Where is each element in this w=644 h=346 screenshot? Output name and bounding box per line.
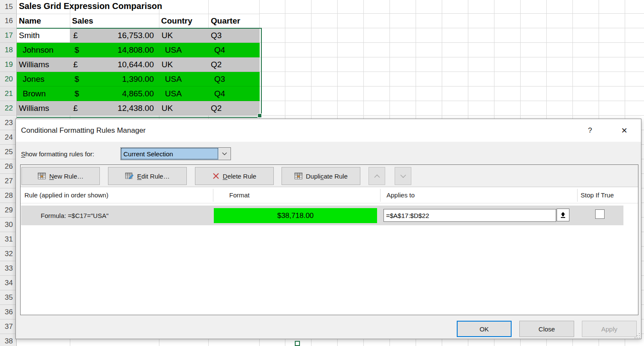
row-number-27[interactable]: 27 bbox=[0, 174, 16, 188]
sheet-title-cell[interactable]: Sales Grid Expression Comparison bbox=[19, 1, 162, 11]
cell-country-20[interactable]: USA bbox=[159, 72, 208, 86]
cell-name-22[interactable]: Williams bbox=[17, 101, 70, 115]
row-number-35[interactable]: 35 bbox=[0, 290, 16, 305]
column-header-format: Format bbox=[229, 191, 250, 200]
move-rule-down-button[interactable] bbox=[395, 167, 411, 185]
row-number-36[interactable]: 36 bbox=[0, 305, 16, 319]
cell-country-21[interactable]: USA bbox=[159, 86, 208, 101]
cell-sales-17[interactable]: £16,753.00 bbox=[70, 28, 159, 42]
row-number-30[interactable]: 30 bbox=[0, 218, 16, 232]
row-number-15[interactable]: 15 bbox=[0, 0, 16, 14]
row-number-33[interactable]: 33 bbox=[0, 261, 16, 276]
sheet-row-22: Williams£12,438.00UKQ2 bbox=[17, 101, 260, 116]
row-number-18[interactable]: 18 bbox=[0, 43, 16, 57]
dialog-titlebar[interactable]: Conditional Formatting Rules Manager ? ✕ bbox=[16, 119, 641, 142]
row-number-34[interactable]: 34 bbox=[0, 276, 16, 290]
cell-quarter-21[interactable]: Q4 bbox=[208, 86, 259, 101]
amount: 12,438.00 bbox=[117, 104, 154, 113]
cell-name-17[interactable]: Smith bbox=[17, 28, 70, 42]
header-cell-quarter[interactable]: Quarter bbox=[211, 16, 240, 26]
cell-name-21[interactable]: Brown bbox=[17, 86, 70, 101]
row-number-23[interactable]: 23 bbox=[0, 116, 16, 130]
currency-symbol: £ bbox=[73, 60, 78, 69]
amount: 4,865.00 bbox=[122, 89, 154, 98]
currency-symbol: $ bbox=[75, 89, 79, 98]
header-cell-country[interactable]: Country bbox=[161, 16, 192, 26]
resize-grip[interactable] bbox=[635, 333, 640, 338]
chevron-down-icon bbox=[400, 174, 406, 178]
cell-sales-19[interactable]: £10,644.00 bbox=[70, 57, 159, 72]
table-grid-icon bbox=[38, 173, 46, 179]
row-number-29[interactable]: 29 bbox=[0, 203, 16, 218]
range-picker-button[interactable] bbox=[557, 209, 569, 221]
row-number-31[interactable]: 31 bbox=[0, 232, 16, 247]
table-grid-icon bbox=[294, 173, 303, 179]
range-handle[interactable] bbox=[295, 341, 300, 346]
cell-country-17[interactable]: UK bbox=[159, 28, 208, 42]
red-x-icon bbox=[213, 173, 219, 179]
fill-handle[interactable] bbox=[258, 113, 262, 118]
duplicate-rule-button[interactable]: Duplicate Rule bbox=[282, 167, 360, 185]
cell-sales-18[interactable]: $14,808.00 bbox=[70, 43, 159, 57]
apply-button-disabled[interactable]: Apply bbox=[582, 321, 637, 337]
currency-symbol: $ bbox=[75, 45, 79, 55]
row-number-37[interactable]: 37 bbox=[0, 319, 16, 334]
close-button[interactable]: Close bbox=[519, 321, 574, 337]
row-number-32[interactable]: 32 bbox=[0, 247, 16, 261]
amount: 16,753.00 bbox=[117, 31, 154, 40]
stop-if-true-checkbox[interactable] bbox=[595, 209, 605, 219]
rules-scope-dropdown[interactable]: Current Selection bbox=[120, 147, 231, 160]
row-number-28[interactable]: 28 bbox=[0, 188, 16, 203]
cell-name-19[interactable]: Williams bbox=[17, 57, 70, 72]
cell-quarter-22[interactable]: Q2 bbox=[208, 101, 259, 115]
applies-to-input[interactable]: =$A$17:$D$22 bbox=[383, 209, 556, 222]
cell-quarter-18[interactable]: Q4 bbox=[208, 43, 259, 57]
chevron-up-icon bbox=[374, 174, 380, 178]
cell-quarter-20[interactable]: Q3 bbox=[208, 72, 259, 86]
ok-button[interactable]: OK bbox=[457, 321, 512, 337]
show-formatting-rules-label: Show formatting rules for: bbox=[21, 149, 94, 158]
row-number-16[interactable]: 16 bbox=[0, 14, 16, 28]
help-icon[interactable]: ? bbox=[584, 125, 596, 137]
cell-quarter-17[interactable]: Q3 bbox=[208, 28, 259, 42]
row-number-19[interactable]: 19 bbox=[0, 57, 16, 72]
header-cell-name[interactable]: Name bbox=[19, 16, 41, 26]
row-number-38[interactable]: 38 bbox=[0, 334, 16, 346]
cell-name-18[interactable]: Johnson bbox=[17, 43, 70, 57]
row-number-24[interactable]: 24 bbox=[0, 130, 16, 145]
delete-rule-button[interactable]: Delete Rule bbox=[195, 167, 274, 185]
header-cell-sales[interactable]: Sales bbox=[72, 16, 93, 26]
sheet-row-19: Williams£10,644.00UKQ2 bbox=[17, 57, 260, 72]
row-header-column[interactable]: 1516171819202122232425262728293031323334… bbox=[0, 0, 17, 346]
cell-name-20[interactable]: Jones bbox=[17, 72, 70, 86]
cell-country-22[interactable]: UK bbox=[159, 101, 208, 115]
row-number-20[interactable]: 20 bbox=[0, 72, 16, 86]
column-header-applies-to: Applies to bbox=[386, 191, 415, 200]
header-separator bbox=[380, 189, 380, 202]
rule-row-selected[interactable]: Formula: =$C17="USA" $38,718.00 =$A$17:$… bbox=[21, 206, 623, 225]
cell-sales-22[interactable]: £12,438.00 bbox=[70, 101, 159, 115]
cell-sales-21[interactable]: $4,865.00 bbox=[70, 86, 159, 101]
sheet-row-18: Johnson$14,808.00USAQ4 bbox=[17, 43, 260, 57]
row-number-21[interactable]: 21 bbox=[0, 86, 16, 101]
cell-quarter-19[interactable]: Q2 bbox=[208, 57, 259, 72]
new-rule-button[interactable]: New Rule… bbox=[21, 167, 100, 185]
cell-country-19[interactable]: UK bbox=[159, 57, 208, 72]
edit-rule-button[interactable]: Edit Rule… bbox=[108, 167, 187, 185]
currency-symbol: £ bbox=[73, 104, 78, 113]
rules-list-container: New Rule… Edit Rule… Delete Rule bbox=[20, 164, 638, 315]
move-rule-up-button[interactable] bbox=[368, 167, 385, 185]
row-number-25[interactable]: 25 bbox=[0, 145, 16, 159]
chevron-down-icon[interactable] bbox=[219, 148, 231, 160]
row-number-17[interactable]: 17 bbox=[0, 28, 16, 43]
header-underline bbox=[21, 203, 638, 203]
cell-sales-20[interactable]: $1,390.00 bbox=[70, 72, 159, 86]
cell-country-18[interactable]: USA bbox=[159, 43, 208, 57]
header-separator bbox=[213, 189, 213, 202]
currency-symbol: $ bbox=[75, 75, 79, 84]
row-number-22[interactable]: 22 bbox=[0, 101, 16, 116]
close-icon[interactable]: ✕ bbox=[618, 125, 630, 137]
rule-format-preview: $38,718.00 bbox=[214, 208, 377, 223]
row-number-26[interactable]: 26 bbox=[0, 159, 16, 174]
sheet-row-20: Jones$1,390.00USAQ3 bbox=[17, 72, 260, 86]
